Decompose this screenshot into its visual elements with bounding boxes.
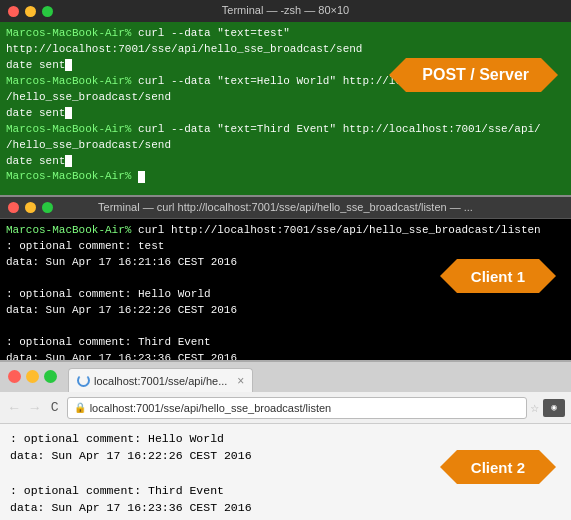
cursor: [65, 59, 72, 71]
nav-forward-button[interactable]: →: [26, 398, 42, 418]
client1-minimize-dot[interactable]: [25, 202, 36, 213]
client1-label: Client 1: [471, 268, 525, 285]
terminal-server-title: Terminal — -zsh — 80×10: [222, 4, 349, 16]
browser-navbar: ← → C 🔒 localhost:7001/sse/api/hello_sse…: [0, 392, 571, 424]
client2-arrow: Client 2: [457, 450, 539, 484]
client2-arrow-body: Client 2: [457, 450, 539, 484]
client2-label: Client 2: [471, 459, 525, 476]
client1-close-dot[interactable]: [8, 202, 19, 213]
browser-tab[interactable]: localhost:7001/sse/api/he... ×: [68, 368, 253, 392]
cmd-3: curl --data "text=Third Event" http://lo…: [138, 123, 541, 135]
browser-tab-bar: localhost:7001/sse/api/he... ×: [0, 362, 571, 392]
browser-maximize-dot[interactable]: [44, 370, 57, 383]
prompt-3: Marcos-MacBook-Air%: [6, 123, 138, 135]
browser-chrome: localhost:7001/sse/api/he... × ← → C 🔒 l…: [0, 362, 571, 424]
address-bar[interactable]: 🔒 localhost:7001/sse/api/hello_sse_broad…: [67, 397, 527, 419]
window-close-dot[interactable]: [8, 6, 19, 17]
server-output-3: date sent: [6, 154, 565, 170]
tab-loading-spinner: [77, 374, 90, 387]
server-line-2b: /hello_sse_broadcast/send: [6, 90, 565, 106]
client1-line-5: : optional comment: Third Event: [6, 335, 565, 351]
browser-line-4: data: Sun Apr 17 16:23:36 CEST 2016: [10, 499, 561, 516]
browser-tab-label: localhost:7001/sse/api/he...: [94, 375, 227, 387]
cursor2: [65, 107, 72, 119]
client1-arrow: Client 1: [457, 259, 539, 293]
lock-icon: 🔒: [74, 402, 86, 413]
browser-close-dot[interactable]: [8, 370, 21, 383]
browser-line-1: : optional comment: Hello World: [10, 430, 561, 447]
client1-line-1: : optional comment: test: [6, 239, 565, 255]
bookmark-star-button[interactable]: ☆: [531, 399, 539, 416]
terminal-server-titlebar: Terminal — -zsh — 80×10: [0, 0, 571, 22]
post-server-label: POST / Server: [422, 66, 529, 84]
browser-line-3: : optional comment: Third Event: [10, 482, 561, 499]
prompt-1: Marcos-MacBook-Air%: [6, 27, 138, 39]
browser-client2: localhost:7001/sse/api/he... × ← → C 🔒 l…: [0, 360, 571, 520]
server-output-2: date sent: [6, 106, 565, 122]
terminal-client1-title: Terminal — curl http://localhost:7001/ss…: [98, 201, 473, 213]
window-maximize-dot[interactable]: [42, 6, 53, 17]
terminal-server-content: Marcos-MacBook-Air% curl --data "text=te…: [0, 22, 571, 189]
browser-minimize-dot[interactable]: [26, 370, 39, 383]
window-minimize-dot[interactable]: [25, 6, 36, 17]
address-text: localhost:7001/sse/api/hello_sse_broadca…: [90, 402, 332, 414]
terminal-client1-titlebar: Terminal — curl http://localhost:7001/ss…: [0, 197, 571, 219]
server-line-1: Marcos-MacBook-Air% curl --data "text=te…: [6, 26, 565, 58]
server-line-3: Marcos-MacBook-Air% curl --data "text=Th…: [6, 122, 565, 138]
client1-line-6: data: Sun Apr 17 16:23:36 CEST 2016: [6, 351, 565, 361]
client1-maximize-dot[interactable]: [42, 202, 53, 213]
terminal-server: Terminal — -zsh — 80×10 Marcos-MacBook-A…: [0, 0, 571, 195]
mask-button[interactable]: ◉: [543, 399, 565, 417]
cursor3: [65, 155, 72, 167]
prompt-2: Marcos-MacBook-Air%: [6, 75, 138, 87]
server-prompt-end: Marcos-MacBook-Air%: [6, 169, 565, 185]
nav-back-button[interactable]: ←: [6, 398, 22, 418]
client1-spacer-2: [6, 319, 565, 335]
client1-prompt-line: Marcos-MacBook-Air% curl http://localhos…: [6, 223, 565, 239]
nav-refresh-button[interactable]: C: [47, 398, 63, 417]
terminal-client1: Terminal — curl http://localhost:7001/ss…: [0, 195, 571, 360]
cursor4: [138, 171, 145, 183]
server-line-3b: /hello_sse_broadcast/send: [6, 138, 565, 154]
client1-arrow-body: Client 1: [457, 259, 539, 293]
client1-line-4: data: Sun Apr 17 16:22:26 CEST 2016: [6, 303, 565, 319]
post-server-arrow: POST / Server: [406, 58, 541, 92]
tab-close-button[interactable]: ×: [237, 374, 244, 388]
post-server-arrow-body: POST / Server: [406, 58, 541, 92]
